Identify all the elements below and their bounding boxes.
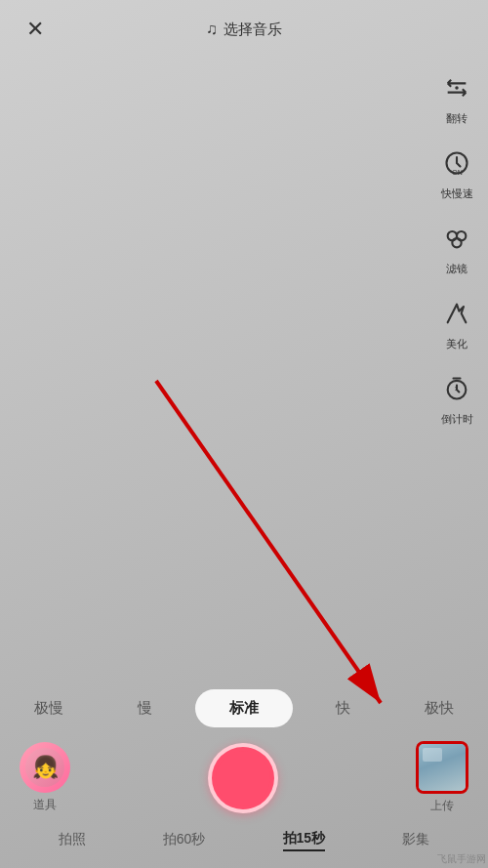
upload-thumb-highlight xyxy=(423,748,442,762)
speed-option-slow[interactable]: 慢 xyxy=(97,689,193,727)
svg-text:3: 3 xyxy=(455,386,458,392)
timer-icon-wrap: 3 xyxy=(437,369,476,408)
speed-option-standard[interactable]: 标准 xyxy=(195,689,292,727)
mode-album[interactable]: 影集 xyxy=(402,829,429,850)
filter-icon xyxy=(443,225,470,252)
shutter-button[interactable] xyxy=(208,743,278,813)
svg-point-2 xyxy=(455,86,459,90)
svg-text:ON: ON xyxy=(452,169,463,176)
prop-avatar-inner: 👧 xyxy=(25,748,64,787)
flip-tool[interactable]: 翻转 xyxy=(437,68,476,126)
capture-row: 👧 道具 上传 xyxy=(0,741,488,814)
bottom-controls: 👧 道具 上传 拍照 拍60秒 拍15秒 影集 xyxy=(0,731,488,868)
timer-label: 倒计时 xyxy=(441,412,473,427)
filter-label: 滤镜 xyxy=(446,262,468,276)
flip-icon xyxy=(443,74,470,102)
beauty-label: 美化 xyxy=(446,337,468,351)
speed-selector: 极慢 慢 标准 快 极快 xyxy=(0,685,488,731)
speed-icon: ON xyxy=(443,149,470,177)
upload-button[interactable]: 上传 xyxy=(416,741,468,814)
timer-icon: 3 xyxy=(443,375,470,402)
music-label: 选择音乐 xyxy=(224,21,282,39)
prop-avatar: 👧 xyxy=(20,742,70,793)
beauty-icon-wrap xyxy=(437,294,476,333)
top-bar: ✕ ♫ 选择音乐 xyxy=(0,0,488,59)
filter-icon-wrap xyxy=(437,219,476,258)
upload-thumbnail xyxy=(416,741,468,794)
speed-tool[interactable]: ON 快慢速 xyxy=(437,144,476,201)
filter-tool[interactable]: 滤镜 xyxy=(437,219,476,276)
speed-label: 快慢速 xyxy=(441,186,473,201)
close-icon: ✕ xyxy=(26,17,44,42)
beauty-tool[interactable]: 美化 xyxy=(437,294,476,351)
svg-point-7 xyxy=(452,238,461,247)
speed-option-fast[interactable]: 快 xyxy=(295,689,391,727)
beauty-icon xyxy=(443,300,470,327)
right-tools-panel: 翻转 ON 快慢速 滤镜 美化 xyxy=(437,68,476,427)
speed-option-very-fast[interactable]: 极快 xyxy=(391,689,488,727)
flip-icon-wrap xyxy=(437,68,476,107)
speed-icon-wrap: ON xyxy=(437,144,476,183)
music-note-icon: ♫ xyxy=(206,21,218,38)
capture-mode-tabs: 拍照 拍60秒 拍15秒 影集 xyxy=(0,818,488,861)
upload-label: 上传 xyxy=(430,798,454,814)
speed-option-very-slow[interactable]: 极慢 xyxy=(0,689,97,727)
music-selector[interactable]: ♫ 选择音乐 xyxy=(206,21,282,39)
mode-photo[interactable]: 拍照 xyxy=(59,829,86,850)
flip-label: 翻转 xyxy=(446,111,468,126)
mode-60s[interactable]: 拍60秒 xyxy=(163,829,206,850)
timer-tool[interactable]: 3 倒计时 xyxy=(437,369,476,427)
prop-label: 道具 xyxy=(33,797,57,813)
close-button[interactable]: ✕ xyxy=(16,10,55,49)
mode-15s[interactable]: 拍15秒 xyxy=(283,828,326,851)
shutter-inner xyxy=(216,751,270,806)
prop-button[interactable]: 👧 道具 xyxy=(20,742,70,813)
